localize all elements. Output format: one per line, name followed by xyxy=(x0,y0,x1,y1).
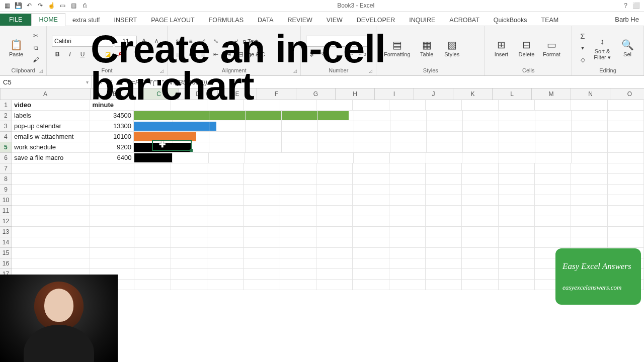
cell-H16[interactable] xyxy=(316,258,353,269)
cell-A11[interactable] xyxy=(12,206,90,216)
cell-E4[interactable] xyxy=(209,132,246,142)
cell-B3[interactable]: 13300 xyxy=(90,121,134,132)
cell-E15[interactable] xyxy=(207,248,244,258)
cell-J17[interactable] xyxy=(389,269,426,280)
cell-O3[interactable] xyxy=(572,121,608,132)
cell-B5[interactable]: 9200 xyxy=(90,142,134,153)
cell-N3[interactable] xyxy=(535,121,572,132)
tab-home[interactable]: HOME xyxy=(31,13,65,26)
cell-P14[interactable] xyxy=(608,237,644,248)
cell-D11[interactable] xyxy=(171,206,207,216)
cell-K14[interactable] xyxy=(426,237,462,248)
column-header-N[interactable]: N xyxy=(571,88,610,100)
cell-L4[interactable] xyxy=(463,132,499,142)
cell-F3[interactable] xyxy=(246,121,282,132)
cell-A14[interactable] xyxy=(12,237,90,248)
cell-K16[interactable] xyxy=(426,258,462,269)
cell-F15[interactable] xyxy=(244,248,280,258)
cell-H13[interactable] xyxy=(316,227,353,237)
cell-F16[interactable] xyxy=(244,258,280,269)
cell-O10[interactable] xyxy=(571,195,607,206)
cell-P8[interactable] xyxy=(608,174,644,185)
cell-H14[interactable] xyxy=(316,237,353,248)
cell-H5[interactable] xyxy=(318,142,354,153)
cell-A9[interactable] xyxy=(12,185,90,195)
cell-C18[interactable] xyxy=(134,280,171,290)
cell-J18[interactable] xyxy=(389,280,426,290)
cell-P9[interactable] xyxy=(608,185,644,195)
cell-E8[interactable] xyxy=(207,174,244,185)
cell-M12[interactable] xyxy=(499,216,535,227)
cell-H2[interactable] xyxy=(318,111,354,121)
cell-I18[interactable] xyxy=(353,280,389,290)
row-header-15[interactable]: 15 xyxy=(0,248,12,258)
cell-L6[interactable] xyxy=(462,153,499,163)
tab-review[interactable]: REVIEW xyxy=(281,14,319,26)
cell-A8[interactable] xyxy=(12,174,90,185)
cell-K11[interactable] xyxy=(426,206,462,216)
cell-M15[interactable] xyxy=(499,248,535,258)
cell-G7[interactable] xyxy=(280,163,316,174)
cell-O9[interactable] xyxy=(571,185,607,195)
cell-C16[interactable] xyxy=(134,258,171,269)
column-header-A[interactable]: A xyxy=(1,88,91,100)
cell-H17[interactable] xyxy=(316,269,353,280)
cell-P10[interactable] xyxy=(608,195,644,206)
print-icon[interactable]: ⎙ xyxy=(80,2,89,10)
cell-I10[interactable] xyxy=(353,195,389,206)
cell-C5[interactable] xyxy=(134,142,173,153)
cell-J12[interactable] xyxy=(389,216,426,227)
cell-D14[interactable] xyxy=(171,237,207,248)
cell-D12[interactable] xyxy=(171,216,207,227)
cell-G13[interactable] xyxy=(280,227,316,237)
cell-J15[interactable] xyxy=(389,248,426,258)
cell-E18[interactable] xyxy=(207,280,244,290)
row-header-7[interactable]: 7 xyxy=(0,163,12,174)
cell-M6[interactable] xyxy=(499,153,535,163)
cell-N14[interactable] xyxy=(535,237,571,248)
fill-icon[interactable]: ▾ xyxy=(577,42,588,53)
cell-E16[interactable] xyxy=(207,258,244,269)
cell-B2[interactable]: 34500 xyxy=(90,111,134,121)
cell-N8[interactable] xyxy=(535,174,571,185)
cell-F8[interactable] xyxy=(244,174,280,185)
row-header-14[interactable]: 14 xyxy=(0,237,12,248)
cell-H6[interactable] xyxy=(317,153,354,163)
delete-cells-button[interactable]: ⊟Delete xyxy=(515,38,537,57)
cell-C7[interactable] xyxy=(134,163,171,174)
cell-G10[interactable] xyxy=(280,195,316,206)
cell-J11[interactable] xyxy=(389,206,426,216)
cell-I7[interactable] xyxy=(353,163,389,174)
cell-styles-button[interactable]: ▧ Styles xyxy=(441,38,463,57)
format-as-table-button[interactable]: ▦ Table xyxy=(416,38,438,57)
cell-P12[interactable] xyxy=(608,216,644,227)
cell-K1[interactable] xyxy=(426,100,462,111)
cell-N1[interactable] xyxy=(535,100,571,111)
cell-H15[interactable] xyxy=(316,248,353,258)
cell-F14[interactable] xyxy=(244,237,280,248)
cell-P11[interactable] xyxy=(608,206,644,216)
cell-A2[interactable]: labels xyxy=(12,111,90,121)
row-header-11[interactable]: 11 xyxy=(0,206,12,216)
cell-E6[interactable] xyxy=(209,153,245,163)
cell-N5[interactable] xyxy=(535,142,572,153)
cell-P7[interactable] xyxy=(608,163,644,174)
cell-F17[interactable] xyxy=(244,269,280,280)
cell-O4[interactable] xyxy=(572,132,608,142)
cell-I16[interactable] xyxy=(353,258,389,269)
cell-L13[interactable] xyxy=(462,227,498,237)
cell-G18[interactable] xyxy=(280,280,316,290)
cell-M4[interactable] xyxy=(499,132,535,142)
row-header-16[interactable]: 16 xyxy=(0,258,12,269)
tab-data[interactable]: DATA xyxy=(251,14,280,26)
autosum-icon[interactable]: Σ xyxy=(577,30,588,41)
cell-G9[interactable] xyxy=(280,185,316,195)
cell-K4[interactable] xyxy=(427,132,463,142)
cell-H4[interactable] xyxy=(318,132,354,142)
cell-N13[interactable] xyxy=(535,227,571,237)
cell-L5[interactable] xyxy=(463,142,499,153)
fullscreen-button[interactable]: ⬜ xyxy=(632,0,640,11)
cell-D7[interactable] xyxy=(171,163,207,174)
cell-B8[interactable] xyxy=(90,174,134,185)
cell-C9[interactable] xyxy=(134,185,171,195)
